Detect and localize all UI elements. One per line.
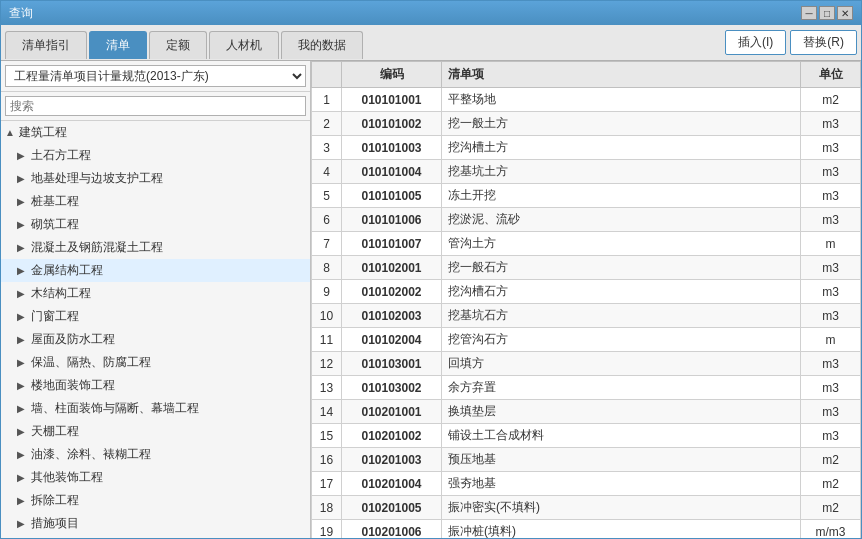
cell-num: 12 [312, 352, 342, 376]
tree-item[interactable]: ▶墙、柱面装饰与隔断、幕墙工程 [1, 397, 310, 420]
maximize-button[interactable]: □ [819, 6, 835, 20]
table-row[interactable]: 4010101004挖基坑土方m3 [312, 160, 861, 184]
cell-unit: m/m3 [801, 520, 861, 539]
table-row[interactable]: 3010101003挖沟槽土方m3 [312, 136, 861, 160]
cell-code: 010101004 [342, 160, 442, 184]
tree-item-label: 拆除工程 [31, 492, 79, 509]
cell-name: 振冲密实(不填料) [442, 496, 801, 520]
standard-dropdown[interactable]: 工程量清单项目计量规范(2013-广东) [5, 65, 306, 87]
table-row[interactable]: 7010101007管沟土方m [312, 232, 861, 256]
tree-item[interactable]: ▶措施项目 [1, 512, 310, 535]
table-row[interactable]: 6010101006挖淤泥、流砂m3 [312, 208, 861, 232]
table-row[interactable]: 17010201004强夯地基m2 [312, 472, 861, 496]
cell-code: 010201005 [342, 496, 442, 520]
replace-button[interactable]: 替换(R) [790, 30, 857, 55]
cell-name: 挖沟槽石方 [442, 280, 801, 304]
table-row[interactable]: 15010201002铺设土工合成材料m3 [312, 424, 861, 448]
cell-name: 挖一般石方 [442, 256, 801, 280]
right-panel: 编码 清单项 单位 1010101001平整场地m22010101002挖一般土… [311, 61, 861, 538]
table-container: 编码 清单项 单位 1010101001平整场地m22010101002挖一般土… [311, 61, 861, 538]
tab-quota[interactable]: 定额 [149, 31, 207, 59]
window-controls: ─ □ ✕ [801, 6, 853, 20]
cell-code: 010103002 [342, 376, 442, 400]
tree-item[interactable]: ▶其他装饰工程 [1, 466, 310, 489]
tree-item-label: 门窗工程 [31, 308, 79, 325]
table-row[interactable]: 11010102004挖管沟石方m [312, 328, 861, 352]
table-row[interactable]: 13010103002余方弃置m3 [312, 376, 861, 400]
cell-unit: m3 [801, 208, 861, 232]
tree-item[interactable]: ▶金属结构工程 [1, 259, 310, 282]
tab-mydata[interactable]: 我的数据 [281, 31, 363, 59]
table-row[interactable]: 9010102002挖沟槽石方m3 [312, 280, 861, 304]
search-row [1, 92, 310, 121]
cell-name: 挖沟槽土方 [442, 136, 801, 160]
tree-item[interactable]: ▶屋面及防水工程 [1, 328, 310, 351]
cell-name: 振冲桩(填料) [442, 520, 801, 539]
tree-item[interactable]: ▲建筑工程 [1, 121, 310, 144]
table-row[interactable]: 14010201001换填垫层m3 [312, 400, 861, 424]
table-row[interactable]: 12010103001回填方m3 [312, 352, 861, 376]
tree-item[interactable]: ▶混凝土及钢筋混凝土工程 [1, 236, 310, 259]
cell-name: 回填方 [442, 352, 801, 376]
table-row[interactable]: 18010201005振冲密实(不填料)m2 [312, 496, 861, 520]
cell-name: 余方弃置 [442, 376, 801, 400]
cell-num: 9 [312, 280, 342, 304]
tree-item[interactable]: ▶桩基工程 [1, 190, 310, 213]
table-row[interactable]: 8010102001挖一般石方m3 [312, 256, 861, 280]
cell-code: 010201001 [342, 400, 442, 424]
table-row[interactable]: 2010101002挖一般土方m3 [312, 112, 861, 136]
tree-item[interactable]: ▶门窗工程 [1, 305, 310, 328]
cell-num: 7 [312, 232, 342, 256]
cell-unit: m3 [801, 136, 861, 160]
tree-item-label: 屋面及防水工程 [31, 331, 115, 348]
tree-item[interactable]: ▶木结构工程 [1, 282, 310, 305]
table-row[interactable]: 5010101005冻土开挖m3 [312, 184, 861, 208]
cell-unit: m3 [801, 112, 861, 136]
tree-item[interactable]: ▶砌筑工程 [1, 213, 310, 236]
table-row[interactable]: 1010101001平整场地m2 [312, 88, 861, 112]
cell-num: 14 [312, 400, 342, 424]
cell-unit: m2 [801, 496, 861, 520]
tree-item[interactable]: ▶拆除工程 [1, 489, 310, 512]
cell-code: 010102004 [342, 328, 442, 352]
insert-button[interactable]: 插入(I) [725, 30, 786, 55]
cell-num: 11 [312, 328, 342, 352]
cell-unit: m2 [801, 88, 861, 112]
tab-labor[interactable]: 人材机 [209, 31, 279, 59]
tree-item[interactable]: ▶地基处理与边坡支护工程 [1, 167, 310, 190]
tree-item[interactable]: ▶楼地面装饰工程 [1, 374, 310, 397]
cell-code: 010201006 [342, 520, 442, 539]
tree-item[interactable]: ▶天棚工程 [1, 420, 310, 443]
table-row[interactable]: 10010102003挖基坑石方m3 [312, 304, 861, 328]
cell-name: 预压地基 [442, 448, 801, 472]
title-bar: 查询 ─ □ ✕ [1, 1, 861, 25]
cell-num: 8 [312, 256, 342, 280]
cell-num: 10 [312, 304, 342, 328]
col-header-unit: 单位 [801, 62, 861, 88]
cell-code: 010103001 [342, 352, 442, 376]
table-row[interactable]: 16010201003预压地基m2 [312, 448, 861, 472]
close-button[interactable]: ✕ [837, 6, 853, 20]
search-input[interactable] [5, 96, 306, 116]
tree-item[interactable]: ▶土石方工程 [1, 144, 310, 167]
cell-unit: m3 [801, 256, 861, 280]
tree-item-label: 楼地面装饰工程 [31, 377, 115, 394]
cell-name: 挖一般土方 [442, 112, 801, 136]
tree-item[interactable]: ▶油漆、涂料、裱糊工程 [1, 443, 310, 466]
main-window: 查询 ─ □ ✕ 清单指引 清单 定额 人材机 我的数据 插入(I) 替换(R) [0, 0, 862, 539]
tree-item[interactable]: ▶保温、隔热、防腐工程 [1, 351, 310, 374]
tab-bar: 清单指引 清单 定额 人材机 我的数据 插入(I) 替换(R) [1, 25, 861, 61]
tab-guide[interactable]: 清单指引 [5, 31, 87, 59]
table-row[interactable]: 19010201006振冲桩(填料)m/m3 [312, 520, 861, 539]
cell-unit: m3 [801, 304, 861, 328]
tree-item[interactable]: ▶仿古建筑工程 [1, 535, 310, 538]
tree-item-label: 土石方工程 [31, 147, 91, 164]
cell-code: 010201003 [342, 448, 442, 472]
tree-item-label: 天棚工程 [31, 423, 79, 440]
cell-num: 2 [312, 112, 342, 136]
minimize-button[interactable]: ─ [801, 6, 817, 20]
cell-unit: m2 [801, 472, 861, 496]
cell-code: 010102003 [342, 304, 442, 328]
tree-item-label: 木结构工程 [31, 285, 91, 302]
tab-list[interactable]: 清单 [89, 31, 147, 59]
